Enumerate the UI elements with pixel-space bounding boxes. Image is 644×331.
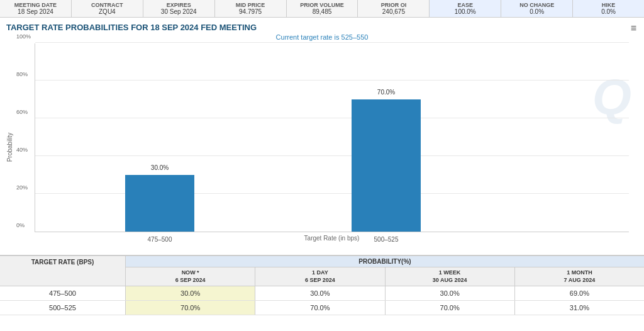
- header-cell-prior-volume: PRIOR VOLUME89,485: [287, 0, 358, 17]
- y-tick-zero: 0%: [16, 222, 25, 228]
- header-cell-mid-price: MID PRICE94.7975: [215, 0, 287, 17]
- gridline: [35, 155, 629, 156]
- th-prob-col: 1 WEEK30 AUG 2024: [386, 267, 515, 286]
- y-tick: 20%: [16, 184, 28, 191]
- header-row: MEETING DATE18 Sep 2024CONTRACTZQU4EXPIR…: [0, 0, 644, 18]
- table-row: 475–50030.0%30.0%30.0%69.0%: [0, 286, 644, 301]
- header-cell-meeting-date: MEETING DATE18 Sep 2024: [0, 0, 72, 17]
- td-prob-cell: 69.0%: [515, 286, 644, 300]
- bar-value-label: 30.0%: [151, 164, 169, 171]
- bar-x-label: 500–525: [374, 236, 399, 243]
- chart-container: Probability 100%80%60%40%20%0%30.0%475–5…: [13, 43, 629, 251]
- chart-subtitle: Current target rate is 525–550: [6, 33, 638, 41]
- td-prob-cell: 30.0%: [386, 286, 515, 300]
- td-prob-cell: 70.0%: [386, 301, 515, 315]
- gridline: [35, 80, 629, 81]
- table-row: 500–52570.0%70.0%70.0%31.0%: [0, 301, 644, 315]
- td-prob-cols: 70.0%70.0%70.0%31.0%: [126, 301, 644, 315]
- chart-section: TARGET RATE PROBABILITIES FOR 18 SEP 202…: [0, 18, 644, 251]
- bar-value-label: 70.0%: [377, 89, 395, 96]
- bar: [352, 99, 421, 232]
- td-prob-cell: 30.0%: [126, 286, 255, 300]
- table-header-row: TARGET RATE (BPS) PROBABILITY(%) NOW *6 …: [0, 256, 644, 286]
- bottom-table: TARGET RATE (BPS) PROBABILITY(%) NOW *6 …: [0, 255, 644, 315]
- header-cell-ease: EASE100.0%: [430, 0, 501, 17]
- td-target: 475–500: [0, 286, 126, 300]
- th-prob-cols: NOW *6 SEP 20241 DAY6 SEP 20241 WEEK30 A…: [126, 267, 644, 286]
- td-prob-cell: 70.0%: [255, 301, 385, 315]
- th-target: TARGET RATE (BPS): [0, 256, 126, 286]
- x-axis-label: Target Rate (in bps): [35, 235, 629, 242]
- header-cell-contract: CONTRACTZQU4: [72, 0, 143, 17]
- td-prob-cell: 30.0%: [255, 286, 385, 300]
- td-prob-cell: 70.0%: [126, 301, 255, 315]
- th-prob-col: 1 DAY6 SEP 2024: [255, 267, 385, 286]
- header-cell-no-change: NO CHANGE0.0%: [501, 0, 573, 17]
- td-target: 500–525: [0, 301, 126, 315]
- menu-icon[interactable]: ≡: [631, 23, 636, 34]
- th-prob-col: 1 MONTH7 AUG 2024: [515, 267, 644, 286]
- gridline: [35, 118, 629, 118]
- table-body: 475–50030.0%30.0%30.0%69.0%500–52570.0%7…: [0, 286, 644, 315]
- header-cell-expires: EXPIRES30 Sep 2024: [143, 0, 215, 17]
- chart-title: TARGET RATE PROBABILITIES FOR 18 SEP 202…: [6, 23, 638, 32]
- y-tick: 60%: [16, 109, 28, 115]
- y-axis-label: Probability: [6, 133, 13, 162]
- y-tick: 100%: [16, 33, 31, 40]
- td-prob-cols: 30.0%30.0%30.0%69.0%: [126, 286, 644, 300]
- y-tick: 80%: [16, 71, 28, 77]
- gridline: [35, 42, 629, 43]
- header-cell-hike: HIKE0.0%: [573, 0, 644, 17]
- bar: [125, 175, 194, 232]
- y-tick: 40%: [16, 147, 28, 153]
- header-cell-prior-oi: PRIOR OI240,675: [358, 0, 430, 17]
- chart-inner: 100%80%60%40%20%0%30.0%475–50070.0%500–5…: [35, 43, 629, 232]
- gridline: [35, 193, 629, 194]
- th-prob-title: PROBABILITY(%): [126, 256, 644, 267]
- bar-x-label: 475–500: [148, 236, 172, 243]
- th-prob-group: PROBABILITY(%) NOW *6 SEP 20241 DAY6 SEP…: [126, 256, 644, 286]
- th-prob-col: NOW *6 SEP 2024: [126, 267, 255, 286]
- td-prob-cell: 31.0%: [515, 301, 644, 315]
